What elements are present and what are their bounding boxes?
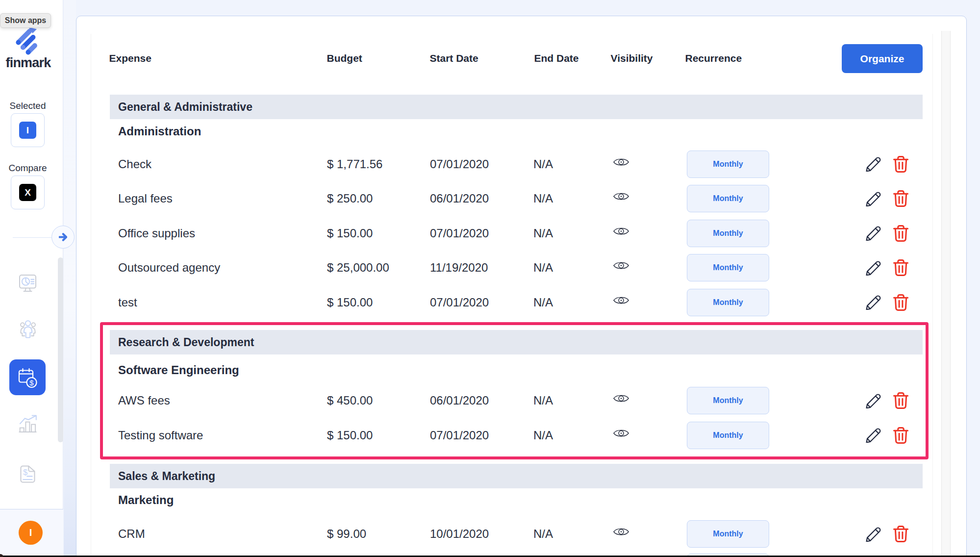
svg-text:$: $ bbox=[29, 378, 34, 386]
svg-text:$: $ bbox=[23, 468, 27, 477]
